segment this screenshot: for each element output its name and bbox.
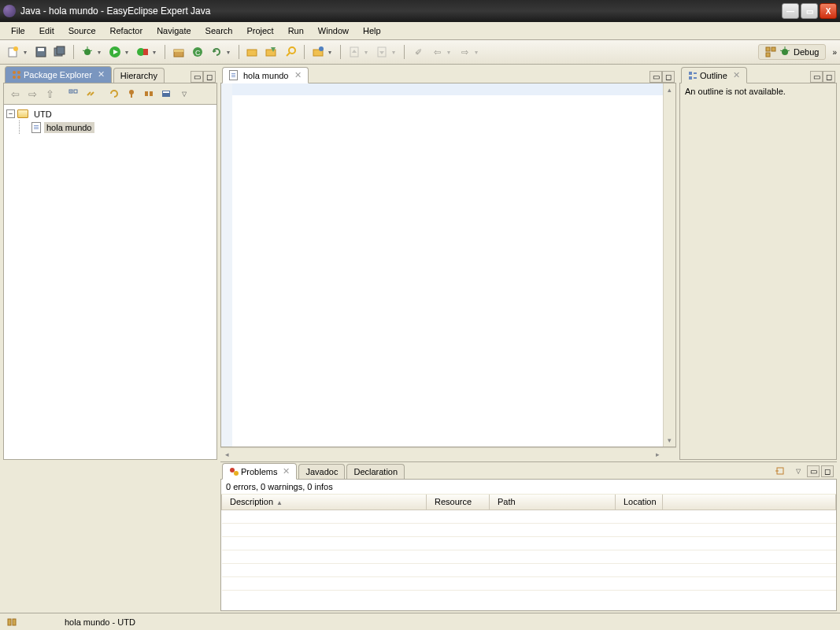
tree-file-row[interactable]: hola mundo xyxy=(6,120,214,134)
svg-rect-58 xyxy=(8,619,11,625)
scroll-up-icon[interactable]: ▴ xyxy=(664,83,675,96)
expand-toggle-icon[interactable]: − xyxy=(6,109,15,118)
menu-file[interactable]: File xyxy=(5,24,31,38)
file-icon xyxy=(31,122,41,133)
new-button[interactable] xyxy=(5,43,22,61)
view-menu-button[interactable] xyxy=(158,86,174,102)
refresh-icon[interactable] xyxy=(106,86,122,102)
menu-edit[interactable]: Edit xyxy=(33,24,61,38)
tab-hierarchy[interactable]: Hierarchy xyxy=(113,68,165,83)
tab-problems[interactable]: Problems ✕ xyxy=(222,463,297,480)
maximize-button[interactable]: ▭ xyxy=(801,3,818,19)
last-edit-button[interactable]: ✐ xyxy=(409,43,427,61)
svg-rect-30 xyxy=(766,47,770,51)
scroll-left-icon[interactable]: ◂ xyxy=(220,448,233,460)
run-external-button[interactable] xyxy=(134,43,151,61)
filter-icon[interactable] xyxy=(124,86,139,102)
maximize-editor-button[interactable]: ◻ xyxy=(662,71,675,83)
outline-tab-label: Outline xyxy=(700,71,727,80)
back-dropdown[interactable]: ▾ xyxy=(447,49,454,56)
col-description[interactable]: Description▲ xyxy=(222,495,427,510)
search-button[interactable] xyxy=(282,43,299,61)
back-nav-icon[interactable]: ⇦ xyxy=(7,86,23,102)
svg-point-6 xyxy=(84,49,91,55)
tab-outline[interactable]: Outline ✕ xyxy=(681,67,747,83)
minimize-view-button[interactable]: ▭ xyxy=(191,71,203,83)
close-outline-icon[interactable]: ✕ xyxy=(733,70,740,80)
filter-problems-icon[interactable] xyxy=(772,463,788,479)
run-button[interactable] xyxy=(106,43,124,61)
up-nav-icon[interactable]: ⇧ xyxy=(42,86,57,102)
tab-package-explorer[interactable]: Package Explorer ✕ xyxy=(5,66,112,83)
editor-tab[interactable]: hola mundo ✕ xyxy=(222,67,309,83)
tab-declaration[interactable]: Declaration xyxy=(346,464,405,479)
save-button[interactable] xyxy=(32,43,50,61)
perspective-switcher[interactable]: Debug xyxy=(758,44,826,60)
refresh-dropdown[interactable]: ▾ xyxy=(227,49,234,56)
new-class-button[interactable]: C xyxy=(189,43,206,61)
maximize-problems-button[interactable]: ◻ xyxy=(821,465,834,477)
menu-window[interactable]: Window xyxy=(312,24,355,38)
run-dropdown[interactable]: ▾ xyxy=(125,49,132,56)
forward-dropdown[interactable]: ▾ xyxy=(475,49,482,56)
debug-dropdown[interactable]: ▾ xyxy=(98,49,105,56)
forward-nav-icon[interactable]: ⇨ xyxy=(24,86,40,102)
scroll-down-icon[interactable]: ▾ xyxy=(664,434,675,447)
status-icon[interactable] xyxy=(6,617,17,628)
col-path[interactable]: Path xyxy=(490,495,616,510)
new-dropdown[interactable]: ▾ xyxy=(24,49,31,56)
refresh-button[interactable] xyxy=(208,43,225,61)
package-explorer-icon xyxy=(12,70,21,80)
menu-run[interactable]: Run xyxy=(282,24,310,38)
vertical-scrollbar[interactable]: ▴ ▾ xyxy=(663,83,675,447)
scroll-right-icon[interactable]: ▸ xyxy=(651,448,664,460)
working-set-icon[interactable] xyxy=(141,86,157,102)
view-menu-problems[interactable]: ▽ xyxy=(790,463,805,479)
debug-button[interactable] xyxy=(79,43,96,61)
new-package-button[interactable] xyxy=(170,43,187,61)
text-editor[interactable]: ▴ ▾ xyxy=(220,83,676,447)
col-resource[interactable]: Resource xyxy=(427,495,490,510)
prev-ann-dropdown[interactable]: ▾ xyxy=(364,49,372,56)
tree-project-row[interactable]: − UTD xyxy=(6,107,214,120)
back-button[interactable]: ⇦ xyxy=(428,43,446,61)
forward-button[interactable]: ⇨ xyxy=(456,43,473,61)
close-tab-icon[interactable]: ✕ xyxy=(98,69,105,80)
menu-refactor[interactable]: Refactor xyxy=(104,24,150,38)
annotation-button[interactable] xyxy=(309,43,327,61)
link-editor-icon[interactable] xyxy=(83,86,98,102)
menu-help[interactable]: Help xyxy=(357,24,387,38)
maximize-view-button[interactable]: ◻ xyxy=(203,71,216,83)
minimize-button[interactable]: — xyxy=(782,3,799,19)
open-resource-button[interactable] xyxy=(263,43,280,61)
problems-table: Description▲ Resource Path Location xyxy=(221,495,836,591)
maximize-outline-button[interactable]: ◻ xyxy=(823,71,835,83)
svg-point-40 xyxy=(17,76,20,79)
menu-project[interactable]: Project xyxy=(240,24,279,38)
horizontal-scrollbar[interactable]: ◂ ▸ xyxy=(220,447,676,460)
toolbar-overflow[interactable]: » xyxy=(832,48,835,57)
run-external-dropdown[interactable]: ▾ xyxy=(153,49,160,56)
collapse-all-icon[interactable] xyxy=(65,86,81,102)
minimize-editor-button[interactable]: ▭ xyxy=(649,71,662,83)
view-menu-dropdown[interactable]: ▽ xyxy=(176,86,191,102)
open-type-button[interactable] xyxy=(244,43,261,61)
close-editor-icon[interactable]: ✕ xyxy=(294,70,302,80)
menu-navigate[interactable]: Navigate xyxy=(150,24,197,38)
svg-rect-42 xyxy=(74,90,77,93)
save-all-button[interactable] xyxy=(51,43,68,61)
annotation-dropdown[interactable]: ▾ xyxy=(328,49,335,56)
editor-content[interactable] xyxy=(232,83,663,447)
close-problems-icon[interactable]: ✕ xyxy=(283,466,290,476)
next-ann-dropdown[interactable]: ▾ xyxy=(392,49,399,56)
tab-javadoc[interactable]: Javadoc xyxy=(298,464,345,479)
minimize-outline-button[interactable]: ▭ xyxy=(810,71,823,83)
menu-search[interactable]: Search xyxy=(199,24,239,38)
menu-source[interactable]: Source xyxy=(62,24,102,38)
minimize-problems-button[interactable]: ▭ xyxy=(807,465,820,477)
close-button[interactable]: X xyxy=(820,3,837,19)
editor-gutter xyxy=(221,83,232,447)
next-annotation-button[interactable] xyxy=(373,43,390,61)
col-location[interactable]: Location xyxy=(616,495,663,510)
prev-annotation-button[interactable] xyxy=(346,43,363,61)
